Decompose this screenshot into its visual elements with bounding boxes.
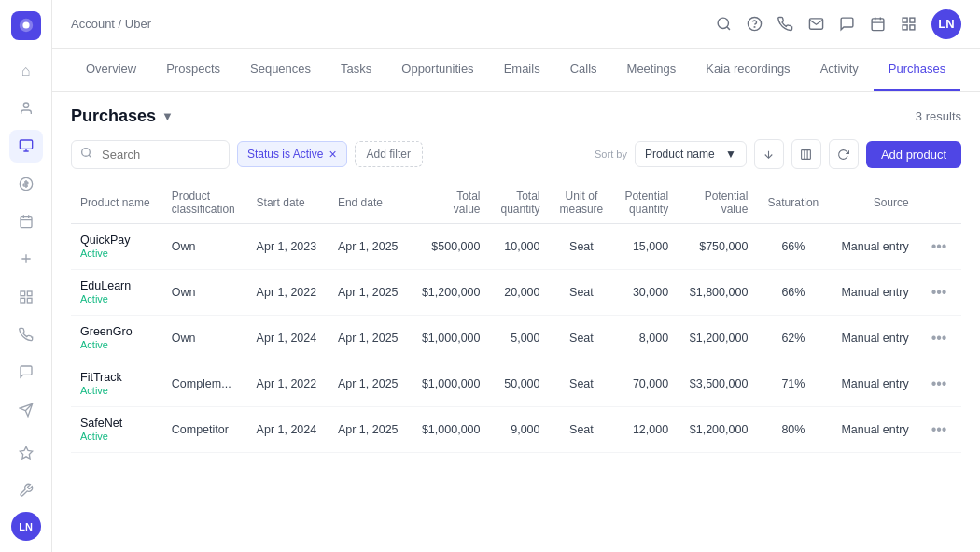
cell-total-quantity-4: 9,000 [489,407,549,453]
cell-total-value-4: $1,000,000 [410,407,489,453]
sidebar-item-home[interactable]: ⌂ [9,55,43,87]
cell-potential-quantity-1: 30,000 [613,270,678,316]
search-wrapper [71,140,230,169]
tab-sequences[interactable]: Sequences [235,49,326,91]
cell-potential-quantity-3: 70,000 [613,361,678,407]
sidebar-item-users[interactable] [9,92,43,124]
cell-more-4: ••• [918,407,961,453]
row-more-button-0[interactable]: ••• [928,234,951,259]
page-title: Purchases ▼ [71,106,174,126]
sidebar-item-deals[interactable] [9,130,43,162]
filter-close-icon[interactable]: × [329,148,336,161]
cell-start-date-1: Apr 1, 2022 [247,270,329,316]
cell-end-date-2: Apr 1, 2025 [329,316,410,361]
svg-rect-7 [27,291,32,296]
add-product-button[interactable]: Add product [866,141,961,168]
sidebar-item-tools[interactable] [9,474,43,506]
tab-tasks[interactable]: Tasks [326,49,386,91]
tab-overview[interactable]: Overview [71,49,151,91]
cell-unit-of-measure-4: Seat [550,407,614,453]
mail-topbar-icon[interactable] [808,16,824,32]
cell-end-date-3: Apr 1, 2025 [329,361,410,407]
svg-rect-9 [27,298,32,303]
chat-topbar-icon[interactable] [839,16,855,32]
sidebar-item-calendar[interactable] [9,205,43,237]
cell-total-value-0: $500,000 [410,224,489,270]
svg-rect-20 [802,149,811,159]
cell-classification-0: Own [162,224,247,270]
apps-topbar-icon[interactable] [901,16,917,32]
filter-label: Status is Active [247,148,323,161]
sidebar-item-grid[interactable] [9,280,43,312]
cell-start-date-3: Apr 1, 2022 [247,361,329,407]
sidebar-item-star[interactable] [9,437,43,469]
phone-topbar-icon[interactable] [777,16,793,32]
user-avatar-topbar[interactable]: LN [931,9,961,39]
sort-direction-button[interactable] [754,139,784,169]
calendar-topbar-icon[interactable] [870,16,886,32]
sidebar-item-chat[interactable] [9,356,43,388]
cell-source-4: Manual entry [829,407,917,453]
nav-tabs: Overview Prospects Sequences Tasks Oppor… [52,49,980,92]
products-table: Product name Productclassification Start… [71,182,961,453]
tab-kaia-recordings[interactable]: Kaia recordings [691,49,805,91]
cell-total-quantity-2: 5,000 [489,316,549,361]
cell-total-quantity-1: 20,000 [489,270,549,316]
sidebar-item-phone[interactable] [9,318,43,350]
columns-toggle-button[interactable] [791,139,821,169]
table-row: SafeNet Active Competitor Apr 1, 2024 Ap… [71,407,961,453]
refresh-button[interactable] [829,139,859,169]
title-chevron-icon[interactable]: ▼ [161,109,174,123]
cell-potential-quantity-2: 8,000 [613,316,678,361]
cell-more-2: ••• [918,316,961,361]
tab-emails[interactable]: Emails [489,49,555,91]
table-row: GreenGro Active Own Apr 1, 2024 Apr 1, 2… [71,316,961,361]
col-classification: Productclassification [162,182,247,224]
cell-source-3: Manual entry [829,361,917,407]
col-total-quantity: Totalquantity [489,182,549,224]
cell-classification-3: Complem... [162,361,247,407]
tab-opportunities[interactable]: Opportunities [386,49,488,91]
row-more-button-2[interactable]: ••• [928,326,951,350]
svg-point-1 [22,22,29,29]
sidebar-item-money[interactable] [9,168,43,200]
row-more-button-1[interactable]: ••• [928,280,951,304]
cell-classification-2: Own [162,316,247,361]
svg-rect-17 [903,25,907,30]
search-input[interactable] [71,140,230,169]
app-logo[interactable] [11,11,41,40]
row-more-button-3[interactable]: ••• [928,372,951,396]
row-more-button-4[interactable]: ••• [928,418,951,442]
status-filter-tag[interactable]: Status is Active × [237,141,347,167]
topbar-actions: LN [716,9,961,39]
cell-product-name-1: EduLearn Active [71,270,162,316]
add-filter-button[interactable]: Add filter [355,141,423,167]
tab-meetings[interactable]: Meetings [612,49,692,91]
user-avatar-sidebar[interactable]: LN [11,512,41,541]
search-topbar-icon[interactable] [716,16,732,32]
col-product-name: Product name [71,182,162,224]
svg-rect-8 [21,298,25,303]
tab-calls[interactable]: Calls [555,49,612,91]
products-table-container: Product name Productclassification Start… [71,182,961,453]
cell-potential-value-2: $1,200,000 [678,316,757,361]
col-potential-value: Potentialvalue [678,182,757,224]
cell-total-value-2: $1,000,000 [410,316,489,361]
tab-purchases[interactable]: Purchases [874,49,960,91]
search-icon [80,147,92,162]
main-content: Account / Uber [52,0,980,552]
cell-start-date-2: Apr 1, 2024 [247,316,329,361]
results-count: 3 results [916,109,961,123]
topbar: Account / Uber [52,0,980,49]
svg-marker-10 [20,446,32,459]
sidebar-item-add[interactable] [9,243,43,275]
col-saturation: Saturation [757,182,829,224]
sidebar-item-send[interactable] [9,393,43,425]
sort-by-label: Sort by [595,149,627,160]
sort-select[interactable]: Product name ▼ [635,141,747,167]
tab-prospects[interactable]: Prospects [151,49,235,91]
help-topbar-icon[interactable] [747,16,763,32]
table-row: EduLearn Active Own Apr 1, 2022 Apr 1, 2… [71,270,961,316]
tab-activity[interactable]: Activity [805,49,874,91]
cell-product-name-3: FitTrack Active [71,361,162,407]
